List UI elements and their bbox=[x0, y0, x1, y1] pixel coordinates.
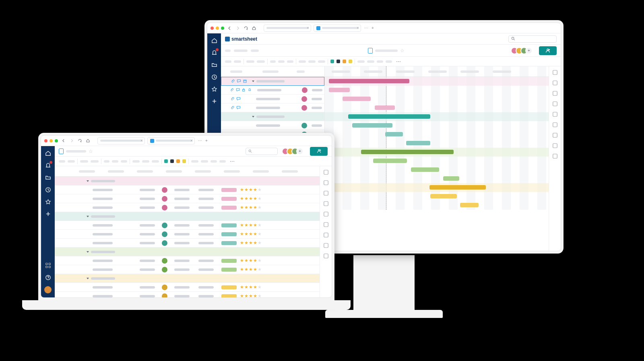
status-chip[interactable] bbox=[221, 206, 237, 210]
plus-icon[interactable] bbox=[45, 210, 51, 217]
toolbar-button[interactable] bbox=[91, 160, 99, 163]
status-chip[interactable] bbox=[221, 232, 237, 236]
toolbar-button[interactable] bbox=[219, 160, 226, 163]
share-button[interactable] bbox=[539, 46, 557, 55]
collaborator-avatars[interactable]: + bbox=[284, 148, 303, 155]
toolbar-button[interactable] bbox=[367, 60, 374, 63]
task-row[interactable]: ★★★★★ bbox=[55, 256, 320, 265]
status-chip[interactable] bbox=[221, 285, 237, 289]
expand-caret-icon[interactable] bbox=[87, 180, 89, 182]
color-swatch[interactable] bbox=[176, 159, 180, 163]
rating-stars[interactable]: ★★★★★ bbox=[240, 267, 269, 272]
browser-tab[interactable]: × bbox=[97, 137, 145, 144]
assignee-avatar[interactable] bbox=[301, 96, 307, 102]
star-icon[interactable] bbox=[45, 198, 51, 205]
assignee-avatar[interactable] bbox=[162, 205, 167, 210]
global-search-input[interactable] bbox=[508, 35, 557, 43]
group-header-row[interactable] bbox=[221, 112, 324, 121]
status-chip[interactable] bbox=[221, 223, 237, 227]
brand-logo[interactable]: smartsheet bbox=[225, 36, 257, 42]
toolbar-button[interactable] bbox=[201, 160, 208, 163]
bell-icon[interactable] bbox=[45, 162, 51, 169]
task-row[interactable]: ★★★★★ bbox=[55, 292, 320, 297]
assignee-avatar[interactable] bbox=[162, 240, 167, 246]
group-header-row[interactable] bbox=[55, 274, 320, 283]
nav-forward-icon[interactable] bbox=[235, 26, 240, 31]
column-header[interactable] bbox=[130, 170, 159, 173]
rating-stars[interactable]: ★★★★★ bbox=[240, 196, 269, 201]
gantt-bar[interactable] bbox=[343, 97, 371, 101]
expand-caret-icon[interactable] bbox=[87, 278, 89, 279]
assignee-avatar[interactable] bbox=[301, 105, 307, 111]
task-row[interactable]: ★★★★★ bbox=[55, 265, 320, 274]
book-icon[interactable] bbox=[552, 132, 558, 138]
comment-icon[interactable] bbox=[236, 88, 240, 92]
gantt-bar[interactable] bbox=[352, 123, 392, 128]
nav-forward-icon[interactable] bbox=[69, 138, 74, 143]
browser-tab[interactable]: × bbox=[314, 25, 361, 32]
column-header[interactable] bbox=[246, 170, 275, 173]
rating-stars[interactable]: ★★★★★ bbox=[240, 293, 269, 297]
briefcase-icon[interactable] bbox=[323, 190, 329, 196]
group-header-row[interactable] bbox=[221, 77, 324, 86]
clock-icon[interactable] bbox=[211, 74, 217, 80]
tab-overflow-icon[interactable]: ⋯ bbox=[364, 26, 368, 30]
assignee-avatar[interactable] bbox=[162, 231, 167, 237]
folder-icon[interactable] bbox=[45, 174, 51, 181]
expand-caret-icon[interactable] bbox=[87, 216, 89, 217]
toolbar-button[interactable] bbox=[152, 160, 159, 163]
refresh-icon[interactable] bbox=[323, 201, 329, 206]
assignee-avatar[interactable] bbox=[162, 258, 167, 264]
task-row[interactable]: ★★★★★ bbox=[55, 203, 320, 212]
gantt-bar[interactable] bbox=[348, 114, 430, 119]
avatar-overflow[interactable]: + bbox=[525, 47, 533, 54]
attach-icon[interactable] bbox=[231, 79, 235, 83]
gantt-bar[interactable] bbox=[375, 105, 395, 110]
task-row[interactable]: ★★★★★ bbox=[55, 186, 320, 194]
minimize-window-icon[interactable] bbox=[50, 139, 53, 142]
assignee-avatar[interactable] bbox=[162, 196, 167, 202]
group-header-row[interactable] bbox=[55, 177, 320, 186]
plus-icon[interactable] bbox=[211, 98, 217, 104]
rating-stars[interactable]: ★★★★★ bbox=[240, 258, 269, 263]
toolbar-button[interactable] bbox=[234, 60, 241, 63]
browser-tab[interactable]: × bbox=[264, 25, 311, 32]
link-icon[interactable] bbox=[323, 180, 329, 186]
file-icon[interactable] bbox=[552, 111, 558, 117]
expand-caret-icon[interactable] bbox=[252, 80, 254, 82]
column-headers[interactable] bbox=[55, 166, 320, 177]
status-chip[interactable] bbox=[221, 294, 237, 298]
bell-icon[interactable] bbox=[211, 50, 217, 56]
toolbar-button[interactable] bbox=[287, 60, 293, 63]
rating-stars[interactable]: ★★★★★ bbox=[240, 205, 269, 210]
toolbar-button[interactable] bbox=[308, 60, 316, 63]
book-icon[interactable] bbox=[323, 232, 329, 238]
image-icon[interactable] bbox=[323, 253, 329, 259]
status-chip[interactable] bbox=[221, 241, 237, 245]
assignee-avatar[interactable] bbox=[162, 223, 167, 228]
close-tab-icon[interactable]: × bbox=[357, 26, 359, 30]
gantt-bar[interactable] bbox=[460, 203, 479, 207]
status-chip[interactable] bbox=[221, 259, 237, 263]
column-header[interactable] bbox=[217, 170, 246, 173]
task-row[interactable] bbox=[221, 121, 324, 130]
progress-icon[interactable] bbox=[552, 122, 558, 128]
toolbar-button[interactable] bbox=[142, 160, 149, 163]
gantt-bar[interactable] bbox=[329, 88, 350, 92]
task-row[interactable] bbox=[221, 86, 324, 95]
star-icon[interactable] bbox=[211, 86, 217, 92]
task-row[interactable]: ★★★★★ bbox=[55, 239, 320, 248]
toolbar-button[interactable] bbox=[357, 60, 365, 63]
rating-stars[interactable]: ★★★★★ bbox=[240, 240, 269, 245]
nav-back-icon[interactable] bbox=[61, 138, 66, 143]
color-swatch[interactable] bbox=[330, 60, 334, 63]
clock-icon[interactable] bbox=[45, 186, 51, 193]
gantt-bar[interactable] bbox=[429, 185, 486, 190]
task-row[interactable] bbox=[221, 95, 324, 103]
toolbar-button[interactable] bbox=[121, 160, 127, 163]
assignee-avatar[interactable] bbox=[301, 123, 307, 128]
rating-stars[interactable]: ★★★★★ bbox=[240, 285, 269, 290]
color-swatch[interactable] bbox=[343, 60, 346, 63]
nav-reload-icon[interactable] bbox=[244, 26, 248, 31]
toolbar-button[interactable] bbox=[246, 60, 254, 63]
